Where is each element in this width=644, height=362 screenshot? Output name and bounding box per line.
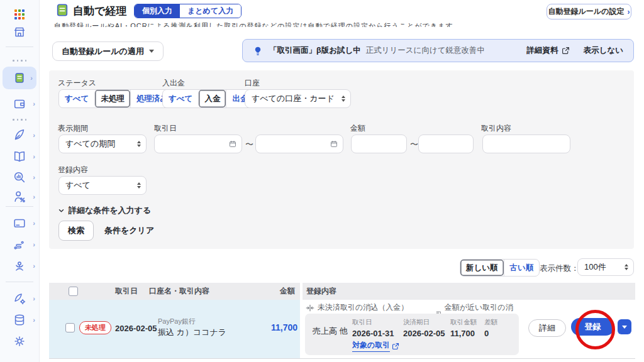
description-field[interactable] [488,135,565,153]
tab-bulk-input[interactable]: まとめて入力 [180,4,241,18]
period-select[interactable]: すべての期間 [58,134,147,153]
database-icon [13,313,26,327]
sidebar-divider [6,282,33,282]
trade-date-to-field[interactable] [261,135,326,153]
trade-date-from-field[interactable] [160,135,225,153]
field-due-date: 決済期日 2026-02-05 [403,318,445,338]
chevron-right-icon: › [33,219,35,227]
trade-date-from-input[interactable] [154,134,242,153]
registration-select[interactable]: すべて [58,176,147,195]
row-checkbox[interactable] [65,323,75,332]
apps-grid-button[interactable] [0,5,39,24]
chevron-right-icon: › [33,131,35,139]
row-amount: 11,700 [235,322,297,332]
register-button[interactable]: 登録 [571,318,614,336]
detail-button[interactable]: 詳細 [528,319,566,337]
chevron-right-icon: › [33,241,35,248]
sort-oldest-option[interactable]: 古い順 [504,260,540,276]
auto-accounting-screen: › › › › › [0,0,644,362]
calendar-icon [330,140,338,148]
sidebar-item-entry[interactable]: › [0,126,39,145]
field-trade-date: 取引日 2026-01-31 [352,318,394,338]
select-all-checkbox[interactable] [69,287,78,296]
quill-icon [13,128,26,142]
chevron-down-icon [149,50,154,53]
chevron-right-icon: › [33,262,35,270]
description-filter-label: 取引内容 [481,123,511,134]
register-dropdown-button[interactable] [618,319,631,334]
account-filter-label: 口座 [245,78,260,89]
calendar-icon [229,140,236,148]
field-difference: 差額 0 [484,318,497,338]
chevron-right-icon: › [33,193,35,200]
chevron-right-icon: › [33,153,35,160]
sidebar-item-auto-accounting[interactable]: › [3,67,36,89]
sidebar-item-workflow[interactable]: › [0,235,39,254]
updown-icon [625,264,628,270]
sidebar-item-store[interactable] [0,23,39,41]
chevron-down-icon [58,207,65,214]
external-link-icon [562,47,570,55]
status-option-unprocessed[interactable]: 未処理 [94,90,130,107]
sidebar-item-growth[interactable]: › [0,256,39,275]
sidebar-divider [6,47,33,47]
amount-from-field[interactable] [357,135,401,153]
col-header-amount: 金額 [280,286,295,297]
chevron-down-icon [622,326,627,329]
status-filter-group: すべて 未処理 処理済み [58,89,174,108]
sidebar-item-data[interactable]: › [0,310,39,329]
status-option-all[interactable]: すべて [59,90,94,107]
sidebar-section-dots [0,119,39,121]
auto-accounting-icon [55,3,69,17]
sidebar-item-settings[interactable] [0,332,39,351]
target-transaction-link[interactable]: 対象の取引 [352,340,399,352]
registration-filter-label: 登録内容 [58,165,88,175]
docs-link[interactable]: 詳細資料 [527,45,570,56]
apply-auto-rules-button[interactable]: 自動登録ルールの適用 [52,41,164,61]
sort-newest-option[interactable]: 新しい順 [460,260,504,276]
account-select[interactable]: すべての口座・カード [245,89,351,108]
table-header-right: 登録内容 [303,283,635,300]
sprout-icon [13,259,26,273]
sidebar-item-card[interactable]: › [0,214,39,233]
sort-order-group: 新しい順 古い順 [460,259,540,277]
lightbulb-icon [253,46,263,56]
banner-subtitle: 正式リリースに向けて鋭意改善中 [366,45,485,56]
tab-individual-input[interactable]: 個別入力 [135,4,180,18]
amount-to-input[interactable] [418,134,474,153]
inout-option-all[interactable]: すべて [163,90,198,107]
sidebar-divider [6,206,33,207]
quill-gear-icon [13,292,26,305]
gear-icon [13,334,26,348]
route-icon [13,238,26,251]
amount-to-field[interactable] [424,135,468,153]
sidebar-item-wallet[interactable]: › [0,94,39,113]
range-separator: 〜 [410,139,418,150]
banner-dismiss-button[interactable]: 表示しない [584,45,623,56]
clear-conditions-button[interactable]: 条件をクリア [104,225,154,236]
sidebar-item-tax[interactable]: › [0,187,39,206]
trade-date-to-input[interactable] [255,134,343,153]
amount-filter-label: 金額 [350,123,365,134]
sidebar-item-entry-settings[interactable]: › [0,289,39,308]
per-page-label: 表示件数： [540,263,579,274]
card-icon [13,216,26,230]
sidebar-item-books[interactable]: › [0,147,39,166]
col-header-account: 口座名・取引内容 [149,286,209,297]
col-header-date: 取引日 [115,286,138,297]
clipped-help-text: 自動登録ルールやAI・OCRによる推測を利用した取引の登録などの設定は自動で経理… [54,21,576,27]
updown-icon [341,96,345,102]
search-button[interactable]: 検索 [58,221,94,241]
inout-filter-label: 入出金 [162,78,185,89]
row-bank-name: PayPay銀行 [158,317,196,326]
inout-option-deposit[interactable]: 入金 [198,90,226,107]
description-input[interactable] [482,134,570,153]
status-filter-label: ステータス [58,78,96,89]
updown-icon [137,141,141,147]
chevron-right-icon: › [30,74,33,82]
amount-from-input[interactable] [351,134,407,153]
per-page-select[interactable]: 100件 [577,258,634,276]
auto-rule-settings-button[interactable]: 自動登録ルールの設定 › [547,4,631,19]
sidebar-item-reports[interactable]: › [0,168,39,187]
advanced-conditions-toggle[interactable]: 詳細な条件を入力する [58,205,151,216]
